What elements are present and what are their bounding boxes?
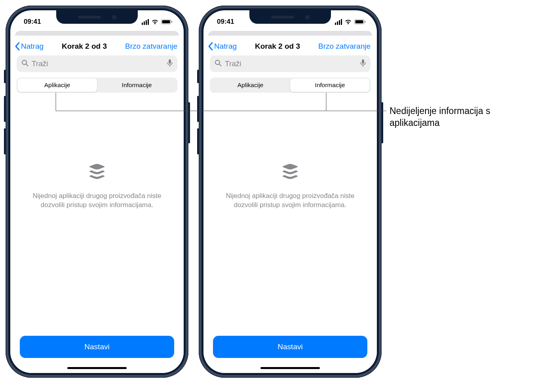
callout-text: Nedijeljenje informacija s aplikacijama: [390, 105, 532, 129]
callout-leader-lines: [0, 0, 536, 392]
